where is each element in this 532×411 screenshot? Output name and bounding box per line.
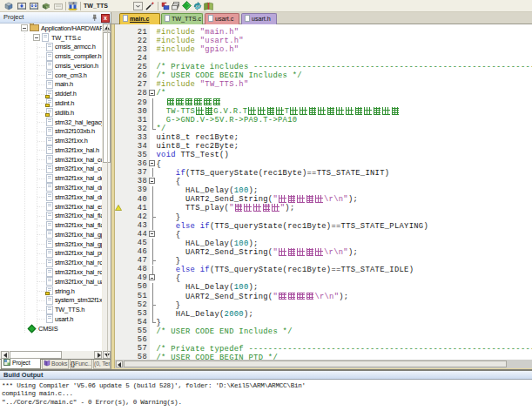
svg-text:LOAD: LOAD <box>70 2 76 5</box>
